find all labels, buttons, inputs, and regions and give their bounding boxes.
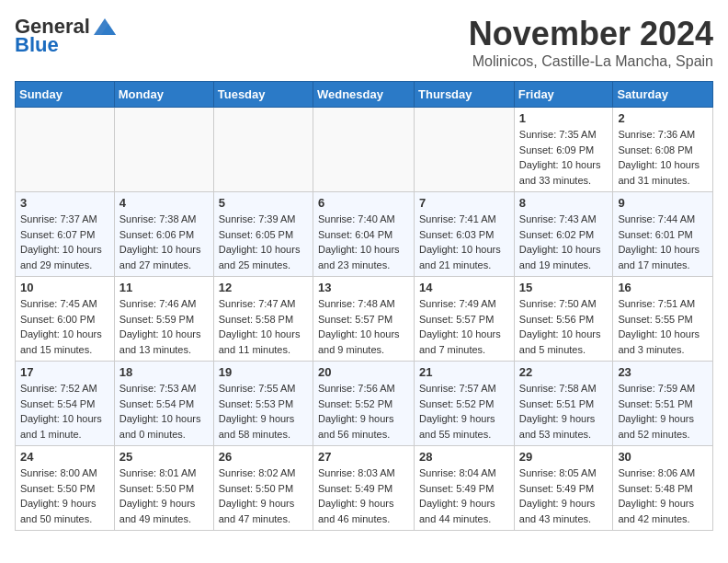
calendar-cell xyxy=(213,108,313,192)
calendar-cell: 20Sunrise: 7:56 AM Sunset: 5:52 PM Dayli… xyxy=(313,362,414,446)
day-info: Sunrise: 7:46 AM Sunset: 5:59 PM Dayligh… xyxy=(119,296,209,357)
day-info: Sunrise: 8:00 AM Sunset: 5:50 PM Dayligh… xyxy=(20,465,109,526)
day-info: Sunrise: 7:52 AM Sunset: 5:54 PM Dayligh… xyxy=(20,381,109,442)
calendar-cell xyxy=(415,108,515,192)
day-info: Sunrise: 7:55 AM Sunset: 5:53 PM Dayligh… xyxy=(219,381,308,442)
calendar-cell: 30Sunrise: 8:06 AM Sunset: 5:48 PM Dayli… xyxy=(613,446,713,531)
calendar-cell: 29Sunrise: 8:05 AM Sunset: 5:49 PM Dayli… xyxy=(514,446,613,531)
day-number: 18 xyxy=(119,365,209,379)
calendar-cell: 5Sunrise: 7:39 AM Sunset: 6:05 PM Daylig… xyxy=(213,192,313,277)
title-area: November 2024 Molinicos, Castille-La Man… xyxy=(469,15,713,70)
day-number: 23 xyxy=(618,365,708,379)
day-info: Sunrise: 7:53 AM Sunset: 5:54 PM Dayligh… xyxy=(119,381,209,442)
calendar-cell: 24Sunrise: 8:00 AM Sunset: 5:50 PM Dayli… xyxy=(16,446,115,531)
day-info: Sunrise: 7:40 AM Sunset: 6:04 PM Dayligh… xyxy=(318,212,409,272)
calendar-cell xyxy=(16,108,115,192)
calendar-cell: 23Sunrise: 7:59 AM Sunset: 5:51 PM Dayli… xyxy=(613,362,713,446)
calendar: SundayMondayTuesdayWednesdayThursdayFrid… xyxy=(15,81,713,531)
day-number: 12 xyxy=(219,281,308,294)
calendar-cell: 13Sunrise: 7:48 AM Sunset: 5:57 PM Dayli… xyxy=(313,277,414,362)
calendar-cell: 9Sunrise: 7:44 AM Sunset: 6:01 PM Daylig… xyxy=(613,192,713,277)
day-number: 11 xyxy=(119,281,209,294)
calendar-cell: 11Sunrise: 7:46 AM Sunset: 5:59 PM Dayli… xyxy=(114,277,213,362)
day-number: 29 xyxy=(519,450,609,464)
day-number: 15 xyxy=(519,281,609,294)
day-number: 16 xyxy=(618,281,708,294)
day-number: 25 xyxy=(119,450,209,464)
day-info: Sunrise: 7:41 AM Sunset: 6:03 PM Dayligh… xyxy=(419,212,509,272)
day-info: Sunrise: 8:03 AM Sunset: 5:49 PM Dayligh… xyxy=(318,465,409,526)
calendar-cell: 10Sunrise: 7:45 AM Sunset: 6:00 PM Dayli… xyxy=(16,277,115,362)
weekday-header-saturday: Saturday xyxy=(613,82,713,108)
day-info: Sunrise: 7:56 AM Sunset: 5:52 PM Dayligh… xyxy=(318,381,409,442)
day-number: 2 xyxy=(618,111,708,125)
day-number: 13 xyxy=(318,281,409,294)
calendar-cell: 18Sunrise: 7:53 AM Sunset: 5:54 PM Dayli… xyxy=(114,362,213,446)
calendar-week-row: 17Sunrise: 7:52 AM Sunset: 5:54 PM Dayli… xyxy=(16,362,713,446)
day-info: Sunrise: 7:57 AM Sunset: 5:52 PM Dayligh… xyxy=(419,381,509,442)
calendar-week-row: 3Sunrise: 7:37 AM Sunset: 6:07 PM Daylig… xyxy=(16,192,713,277)
day-info: Sunrise: 7:58 AM Sunset: 5:51 PM Dayligh… xyxy=(519,381,609,442)
weekday-header-tuesday: Tuesday xyxy=(213,82,313,108)
day-number: 21 xyxy=(419,365,509,379)
day-number: 7 xyxy=(419,196,509,210)
calendar-cell: 22Sunrise: 7:58 AM Sunset: 5:51 PM Dayli… xyxy=(514,362,613,446)
calendar-cell: 25Sunrise: 8:01 AM Sunset: 5:50 PM Dayli… xyxy=(114,446,213,531)
day-number: 3 xyxy=(20,196,109,210)
day-info: Sunrise: 7:38 AM Sunset: 6:06 PM Dayligh… xyxy=(119,212,209,272)
day-number: 30 xyxy=(618,450,708,464)
day-info: Sunrise: 7:49 AM Sunset: 5:57 PM Dayligh… xyxy=(419,296,509,357)
day-info: Sunrise: 8:02 AM Sunset: 5:50 PM Dayligh… xyxy=(219,465,308,526)
calendar-cell: 7Sunrise: 7:41 AM Sunset: 6:03 PM Daylig… xyxy=(415,192,515,277)
calendar-cell: 4Sunrise: 7:38 AM Sunset: 6:06 PM Daylig… xyxy=(114,192,213,277)
calendar-cell: 15Sunrise: 7:50 AM Sunset: 5:56 PM Dayli… xyxy=(514,277,613,362)
day-info: Sunrise: 7:44 AM Sunset: 6:01 PM Dayligh… xyxy=(618,212,708,272)
logo-icon xyxy=(92,17,118,37)
day-info: Sunrise: 7:59 AM Sunset: 5:51 PM Dayligh… xyxy=(618,381,708,442)
day-number: 19 xyxy=(219,365,308,379)
day-number: 17 xyxy=(20,365,109,379)
logo: General Blue xyxy=(15,15,118,57)
calendar-cell: 17Sunrise: 7:52 AM Sunset: 5:54 PM Dayli… xyxy=(16,362,115,446)
weekday-header-sunday: Sunday xyxy=(16,82,115,108)
day-number: 27 xyxy=(318,450,409,464)
day-info: Sunrise: 7:50 AM Sunset: 5:56 PM Dayligh… xyxy=(519,296,609,357)
calendar-cell: 3Sunrise: 7:37 AM Sunset: 6:07 PM Daylig… xyxy=(16,192,115,277)
weekday-header-friday: Friday xyxy=(514,82,613,108)
calendar-cell: 26Sunrise: 8:02 AM Sunset: 5:50 PM Dayli… xyxy=(213,446,313,531)
day-info: Sunrise: 7:37 AM Sunset: 6:07 PM Dayligh… xyxy=(20,212,109,272)
day-info: Sunrise: 7:47 AM Sunset: 5:58 PM Dayligh… xyxy=(219,296,308,357)
calendar-cell xyxy=(114,108,213,192)
day-number: 4 xyxy=(119,196,209,210)
day-number: 8 xyxy=(519,196,609,210)
calendar-cell: 28Sunrise: 8:04 AM Sunset: 5:49 PM Dayli… xyxy=(415,446,515,531)
calendar-week-row: 1Sunrise: 7:35 AM Sunset: 6:09 PM Daylig… xyxy=(16,108,713,192)
day-number: 5 xyxy=(219,196,308,210)
day-number: 24 xyxy=(20,450,109,464)
day-number: 1 xyxy=(519,111,609,125)
day-number: 14 xyxy=(419,281,509,294)
day-info: Sunrise: 8:01 AM Sunset: 5:50 PM Dayligh… xyxy=(119,465,209,526)
day-number: 6 xyxy=(318,196,409,210)
month-title: November 2024 xyxy=(469,15,713,53)
calendar-week-row: 10Sunrise: 7:45 AM Sunset: 6:00 PM Dayli… xyxy=(16,277,713,362)
day-info: Sunrise: 7:51 AM Sunset: 5:55 PM Dayligh… xyxy=(618,296,708,357)
day-number: 22 xyxy=(519,365,609,379)
day-number: 10 xyxy=(20,281,109,294)
calendar-cell: 12Sunrise: 7:47 AM Sunset: 5:58 PM Dayli… xyxy=(213,277,313,362)
calendar-week-row: 24Sunrise: 8:00 AM Sunset: 5:50 PM Dayli… xyxy=(16,446,713,531)
calendar-cell: 21Sunrise: 7:57 AM Sunset: 5:52 PM Dayli… xyxy=(415,362,515,446)
day-info: Sunrise: 7:45 AM Sunset: 6:00 PM Dayligh… xyxy=(20,296,109,357)
weekday-header-row: SundayMondayTuesdayWednesdayThursdayFrid… xyxy=(16,82,713,108)
calendar-cell xyxy=(313,108,414,192)
logo-blue-text: Blue xyxy=(15,33,59,57)
day-number: 20 xyxy=(318,365,409,379)
day-info: Sunrise: 7:36 AM Sunset: 6:08 PM Dayligh… xyxy=(618,127,708,188)
day-info: Sunrise: 7:39 AM Sunset: 6:05 PM Dayligh… xyxy=(219,212,308,272)
day-info: Sunrise: 8:06 AM Sunset: 5:48 PM Dayligh… xyxy=(618,465,708,526)
calendar-cell: 16Sunrise: 7:51 AM Sunset: 5:55 PM Dayli… xyxy=(613,277,713,362)
calendar-cell: 6Sunrise: 7:40 AM Sunset: 6:04 PM Daylig… xyxy=(313,192,414,277)
calendar-cell: 27Sunrise: 8:03 AM Sunset: 5:49 PM Dayli… xyxy=(313,446,414,531)
header-area: General Blue November 2024 Molinicos, Ca… xyxy=(15,15,713,70)
calendar-cell: 19Sunrise: 7:55 AM Sunset: 5:53 PM Dayli… xyxy=(213,362,313,446)
